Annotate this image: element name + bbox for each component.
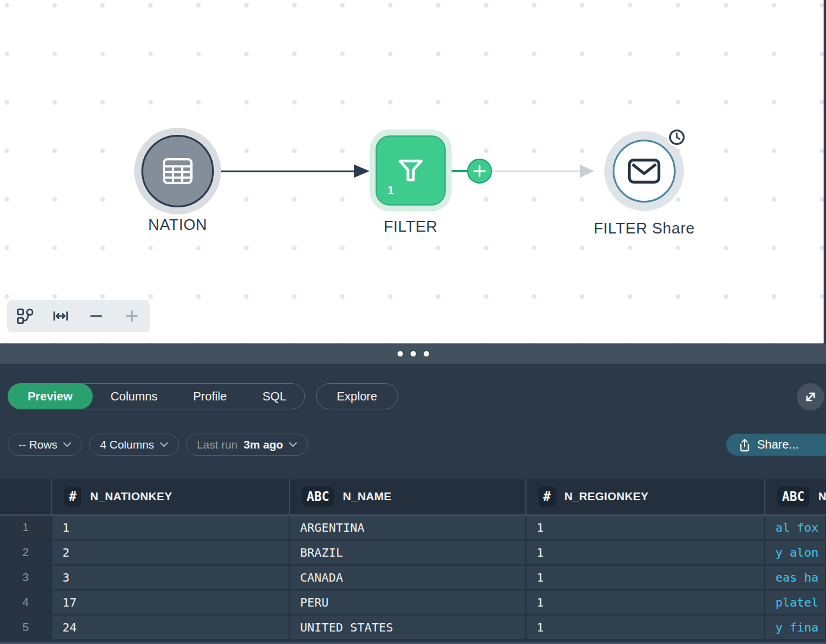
chevron-down-icon — [63, 442, 71, 447]
rows-dropdown-label: -- Rows — [18, 438, 57, 452]
row-number: 2 — [0, 541, 52, 564]
handle-dot — [424, 351, 429, 356]
envelope-icon — [627, 156, 661, 186]
row-number-header — [0, 479, 52, 514]
table-cell: 2 — [52, 541, 290, 564]
rows-dropdown[interactable]: -- Rows — [8, 434, 82, 456]
table-cell: eas ha — [765, 566, 826, 589]
canvas-right-divider — [824, 0, 826, 343]
node-nation-label: NATION — [148, 216, 207, 234]
table-cell: UNITED STATES — [290, 615, 527, 639]
table-cell: 3 — [52, 566, 290, 589]
table-row: 5 24 UNITED STATES 1 y fina — [0, 615, 826, 640]
table-cell: CANADA — [290, 566, 527, 589]
output-count-badge: 1 — [387, 184, 394, 197]
table-row: 2 2 BRAZIL 1 y alon — [0, 541, 826, 566]
edge-plus-share-arrowhead — [580, 165, 594, 178]
edge-nation-filter — [221, 171, 355, 172]
tab-group: Preview Columns Profile SQL — [8, 383, 305, 409]
table-header-row: # N_NATIONKEY ABC N_NAME # N_REGIONKEY A… — [0, 479, 826, 516]
table-cell: 17 — [52, 591, 290, 614]
expand-icon — [803, 389, 818, 405]
fit-width-button[interactable] — [48, 303, 74, 329]
panel-tabs: Preview Columns Profile SQL Explore — [8, 383, 398, 409]
chevron-down-icon — [160, 442, 168, 447]
last-run-dropdown[interactable]: Last run 3m ago — [186, 434, 308, 456]
flow-canvas[interactable]: NATION 1 FILTER — [0, 0, 826, 343]
node-filter-label: FILTER — [384, 217, 438, 236]
table-cell: PERU — [290, 591, 527, 614]
edge-plus-share — [492, 171, 581, 172]
last-run-value: 3m ago — [244, 438, 283, 452]
table-cell: 1 — [527, 591, 765, 614]
chevron-down-icon — [289, 442, 297, 447]
zoom-in-button[interactable] — [119, 303, 145, 329]
panel-resize-handle[interactable] — [0, 343, 826, 364]
node-nation-body — [141, 135, 214, 207]
tab-preview[interactable]: Preview — [8, 383, 93, 409]
handle-dot — [398, 351, 403, 356]
text-type-icon: ABC — [777, 487, 809, 507]
node-nation[interactable]: NATION — [134, 128, 221, 214]
plus-icon — [471, 163, 488, 179]
zoom-in-icon — [123, 307, 141, 325]
handle-dot — [411, 351, 416, 356]
column-header-n-name[interactable]: ABC N_NAME — [290, 479, 527, 514]
numeric-type-icon: # — [538, 487, 556, 507]
columns-dropdown-label: 4 Columns — [100, 438, 154, 452]
zoom-out-button[interactable] — [83, 303, 109, 329]
column-header-n-comment[interactable]: ABC N_ — [765, 479, 826, 514]
expand-panel-button[interactable] — [797, 383, 824, 411]
table-cell: 1 — [52, 516, 290, 539]
share-icon — [738, 438, 751, 452]
numeric-type-icon: # — [64, 487, 81, 507]
share-button[interactable]: Share... — [726, 434, 826, 456]
fit-width-icon — [52, 307, 70, 325]
table-cell: 1 — [527, 615, 765, 639]
preview-controls: -- Rows 4 Columns Last run 3m ago — [8, 434, 308, 456]
columns-dropdown[interactable]: 4 Columns — [89, 434, 179, 456]
node-filter[interactable]: 1 FILTER — [370, 130, 452, 211]
tab-columns[interactable]: Columns — [93, 383, 175, 409]
preview-panel: Preview Columns Profile SQL Explore -- R… — [0, 343, 826, 644]
zoom-out-icon — [87, 307, 105, 325]
last-run-label: Last run — [197, 438, 238, 452]
funnel-icon — [393, 154, 428, 187]
table-cell: 1 — [527, 516, 765, 539]
table-row: 3 3 CANADA 1 eas ha — [0, 566, 826, 591]
edge-nation-filter-arrowhead — [354, 165, 370, 178]
canvas-toolbar — [7, 300, 150, 332]
table-cell: 1 — [527, 541, 765, 564]
table-cell: 1 — [527, 566, 765, 589]
preview-table: # N_NATIONKEY ABC N_NAME # N_REGIONKEY A… — [0, 479, 826, 644]
column-header-n-nationkey[interactable]: # N_NATIONKEY — [52, 479, 290, 514]
share-button-label: Share... — [757, 438, 799, 452]
explore-button[interactable]: Explore — [316, 383, 398, 409]
row-number: 5 — [0, 615, 52, 639]
tab-sql[interactable]: SQL — [245, 383, 304, 409]
node-filter-share-label: FILTER Share — [594, 219, 695, 238]
table-row: 1 1 ARGENTINA 1 al fox — [0, 516, 826, 541]
column-header-n-regionkey[interactable]: # N_REGIONKEY — [527, 479, 765, 514]
tab-profile[interactable]: Profile — [175, 383, 245, 409]
table-cell: 24 — [52, 615, 290, 639]
table-cell: y fina — [765, 615, 826, 639]
auto-layout-icon — [16, 307, 34, 325]
table-cell: ARGENTINA — [290, 516, 527, 539]
node-filter-share-body — [613, 140, 676, 203]
add-step-button[interactable] — [467, 159, 492, 184]
node-filter-share[interactable]: FILTER Share — [604, 131, 684, 211]
auto-layout-button[interactable] — [12, 303, 38, 329]
table-row: 4 17 PERU 1 platel — [0, 591, 826, 615]
table-cell: al fox — [765, 516, 826, 539]
table-cell: y alon — [765, 541, 826, 564]
row-number: 1 — [0, 516, 52, 539]
clock-icon — [667, 128, 686, 147]
row-number: 3 — [0, 566, 52, 589]
row-number: 4 — [0, 591, 52, 614]
app-window: NATION 1 FILTER — [0, 0, 826, 644]
table-cell: BRAZIL — [290, 541, 527, 564]
table-icon — [162, 157, 193, 185]
text-type-icon: ABC — [302, 487, 334, 507]
node-filter-body: 1 — [376, 135, 446, 206]
